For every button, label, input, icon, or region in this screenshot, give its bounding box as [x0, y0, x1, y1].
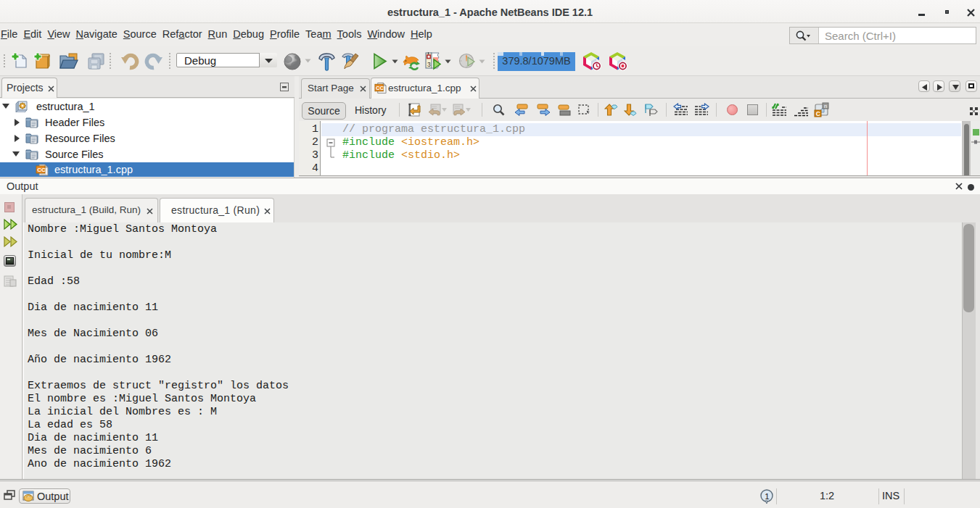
- svg-text:3: 3: [427, 61, 431, 68]
- svg-text:CC: CC: [376, 85, 384, 91]
- svg-text:C: C: [816, 110, 820, 117]
- svg-text:1: 1: [765, 492, 769, 501]
- svg-text:CC: CC: [37, 167, 46, 173]
- svg-text:n: n: [824, 103, 827, 109]
